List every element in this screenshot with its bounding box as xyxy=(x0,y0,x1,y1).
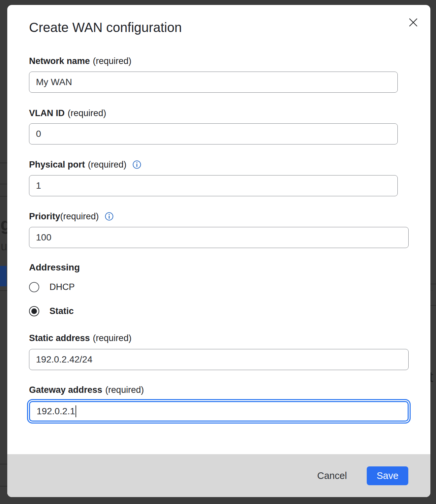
radio-label: Static xyxy=(49,306,74,316)
field-label-text: Priority xyxy=(29,210,60,222)
static-address-label: Static address (required) xyxy=(29,332,132,344)
field-label-text: Network name xyxy=(29,55,90,67)
addressing-heading: Addressing xyxy=(29,262,80,273)
vlan-id-input[interactable] xyxy=(29,123,398,144)
gateway-address-value: 192.0.2.1 xyxy=(37,406,75,417)
dialog-footer: Cancel Save xyxy=(7,454,430,497)
background-divider xyxy=(430,305,436,306)
radio-unchecked-icon[interactable] xyxy=(29,282,39,292)
priority-input[interactable] xyxy=(29,227,409,248)
background-divider xyxy=(0,196,7,197)
background-text-fragment: g xyxy=(0,214,7,234)
addressing-option-dhcp[interactable]: DHCP xyxy=(29,282,75,292)
addressing-option-static[interactable]: Static xyxy=(29,306,74,316)
required-hint: (required) xyxy=(88,159,127,171)
network-name-input[interactable] xyxy=(29,72,398,93)
required-hint: (required) xyxy=(68,107,106,119)
network-name-label: Network name (required) xyxy=(29,55,132,67)
background-divider xyxy=(0,290,7,291)
field-label-text: Physical port xyxy=(29,159,85,171)
close-button[interactable] xyxy=(405,14,421,31)
gateway-address-input[interactable]: 192.0.2.1 xyxy=(29,401,409,422)
field-label-text: Gateway address xyxy=(29,384,102,396)
info-icon[interactable] xyxy=(105,212,114,221)
radio-checked-icon[interactable] xyxy=(29,306,39,316)
background-divider xyxy=(0,163,7,163)
background-text-fragment: u xyxy=(1,239,7,253)
background-button-fragment xyxy=(0,266,7,286)
cancel-button[interactable]: Cancel xyxy=(315,467,349,485)
gateway-address-label: Gateway address (required) xyxy=(29,384,144,396)
save-button[interactable]: Save xyxy=(367,466,408,485)
static-address-input[interactable] xyxy=(29,349,409,370)
dialog-title: Create WAN configuration xyxy=(29,19,182,36)
background-divider xyxy=(430,284,436,284)
radio-label: DHCP xyxy=(49,282,75,292)
background-divider xyxy=(0,184,7,184)
info-icon[interactable] xyxy=(132,160,141,169)
field-label-text: VLAN ID xyxy=(29,107,65,119)
physical-port-label: Physical port (required) xyxy=(29,159,141,171)
required-hint: (required) xyxy=(93,332,132,344)
required-hint: (required) xyxy=(60,210,99,222)
vlan-id-label: VLAN ID (required) xyxy=(29,107,106,119)
create-wan-configuration-dialog: Create WAN configuration Network name (r… xyxy=(7,5,430,497)
priority-label: Priority (required) xyxy=(29,210,114,222)
text-cursor xyxy=(76,405,76,417)
physical-port-input[interactable] xyxy=(29,175,398,196)
close-icon xyxy=(408,17,418,27)
field-label-text: Static address xyxy=(29,332,90,344)
required-hint: (required) xyxy=(93,55,132,67)
background-divider xyxy=(0,464,7,464)
required-hint: (required) xyxy=(105,384,144,396)
background-divider xyxy=(0,486,7,487)
